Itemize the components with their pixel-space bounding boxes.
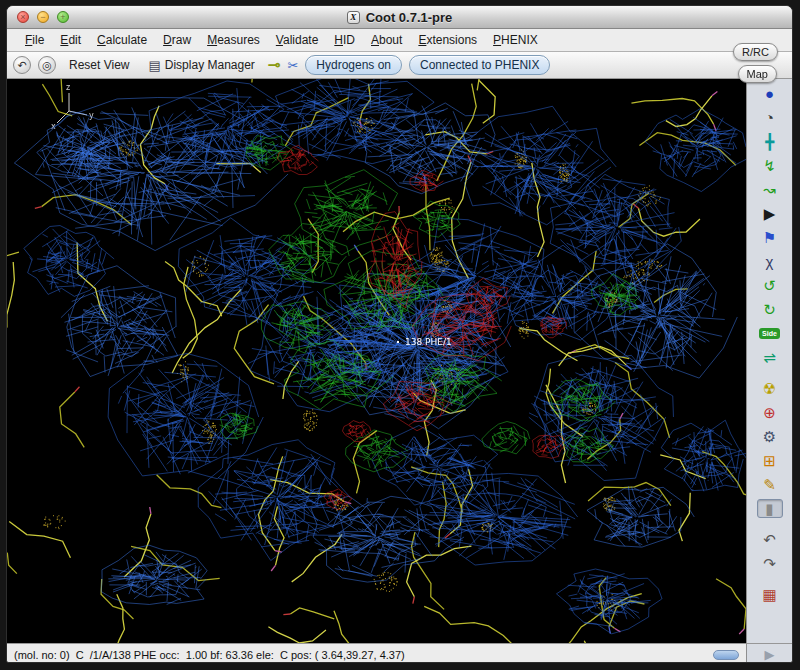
flag-icon[interactable]: ⚑ xyxy=(757,228,783,247)
menu-phenix[interactable]: PHENIX xyxy=(485,30,546,50)
chi-angles-icon[interactable]: χ xyxy=(757,252,783,271)
status-scrollbar[interactable] xyxy=(713,650,739,660)
add-residue-icon[interactable]: ⊞ xyxy=(757,451,783,470)
menu-hid[interactable]: HID xyxy=(326,30,363,50)
sidebar: ●◔╋↯↝▶⚑χ↺↻Side⇌☢⊕⚙⊞✎▮↶↷▦ xyxy=(746,79,792,643)
flip-peptide-icon[interactable]: ⇌ xyxy=(757,348,783,367)
statusbar-corner[interactable]: ▶ xyxy=(746,643,792,663)
view-back-button[interactable]: ↶ xyxy=(13,56,31,74)
map-sphere-icon[interactable]: ● xyxy=(757,84,783,103)
view-back-icon: ↶ xyxy=(17,59,26,72)
scene-preset-icon[interactable]: ▦ xyxy=(757,585,783,604)
titlebar[interactable]: × − + X Coot 0.7.1-pre xyxy=(7,6,792,29)
reset-view-label: Reset View xyxy=(69,58,129,72)
menu-extensions[interactable]: Extensions xyxy=(410,30,485,50)
phenix-connection-button[interactable]: Connected to PHENIX xyxy=(409,55,550,75)
move-zone-icon[interactable]: ╋ xyxy=(757,132,783,151)
menu-draw[interactable]: Draw xyxy=(155,30,199,50)
sculpt-icon[interactable]: ✎ xyxy=(757,475,783,494)
molecular-viewport[interactable] xyxy=(7,79,746,643)
clipping-icon[interactable]: ✂ xyxy=(287,58,298,73)
delete-item-icon[interactable]: ▮ xyxy=(757,499,783,518)
view-target-button[interactable]: ◎ xyxy=(38,56,56,74)
rrc-button[interactable]: R/RC xyxy=(733,43,778,61)
menu-edit[interactable]: Edit xyxy=(52,30,89,50)
reset-view-button[interactable]: Reset View xyxy=(63,56,135,74)
real-space-refine-icon[interactable]: ↯ xyxy=(757,156,783,175)
status-row: (mol. no: 0) C /1/A/138 PHE occ: 1.00 bf… xyxy=(7,643,792,663)
auto-fit-rotamer-icon[interactable]: ↻ xyxy=(757,300,783,319)
rotate-translate-icon[interactable]: ↺ xyxy=(757,276,783,295)
main-area: ●◔╋↯↝▶⚑χ↺↻Side⇌☢⊕⚙⊞✎▮↶↷▦ xyxy=(7,79,792,643)
x11-icon: X xyxy=(347,11,360,24)
menu-file[interactable]: File xyxy=(17,30,52,50)
add-alt-conf-icon[interactable]: ⚙ xyxy=(757,427,783,446)
go-to-atom-icon[interactable]: ⊸ xyxy=(268,56,281,74)
menubar: FileEditCalculateDrawMeasuresValidateHID… xyxy=(7,29,792,52)
side-chain-flip-icon[interactable]: Side xyxy=(757,324,783,343)
corner-play-icon: ▶ xyxy=(765,647,775,662)
regularize-zone-icon[interactable]: ↝ xyxy=(757,180,783,199)
clock-view-icon[interactable]: ◔ xyxy=(757,108,783,127)
zoom-button[interactable]: + xyxy=(57,11,69,23)
window-title: X Coot 0.7.1-pre xyxy=(347,10,453,25)
toolbar: ↶ ◎ Reset View ▤ Display Manager ⊸ ✂ Hyd… xyxy=(7,52,792,79)
close-icon: × xyxy=(20,13,25,22)
menu-calculate[interactable]: Calculate xyxy=(89,30,155,50)
mutate-icon[interactable]: ☢ xyxy=(757,379,783,398)
hydrogens-toggle-button[interactable]: Hydrogens on xyxy=(305,55,402,75)
add-atom-icon[interactable]: ⊕ xyxy=(757,403,783,422)
menu-measures[interactable]: Measures xyxy=(199,30,268,50)
viewport-area xyxy=(7,79,746,643)
close-button[interactable]: × xyxy=(17,11,29,23)
display-manager-icon: ▤ xyxy=(148,58,160,73)
pointer-icon[interactable]: ▶ xyxy=(757,204,783,223)
minimize-icon: − xyxy=(40,13,45,22)
window-title-text: Coot 0.7.1-pre xyxy=(366,10,453,25)
map-button[interactable]: Map xyxy=(738,65,777,83)
display-manager-button[interactable]: ▤ Display Manager xyxy=(142,56,260,75)
menu-about[interactable]: About xyxy=(363,30,410,50)
view-target-icon: ◎ xyxy=(42,59,52,72)
minimize-button[interactable]: − xyxy=(37,11,49,23)
menu-validate[interactable]: Validate xyxy=(268,30,327,50)
statusbar-text: (mol. no: 0) C /1/A/138 PHE occ: 1.00 bf… xyxy=(14,649,405,661)
statusbar: (mol. no: 0) C /1/A/138 PHE occ: 1.00 bf… xyxy=(7,643,746,663)
coot-window: × − + X Coot 0.7.1-pre FileEditCalculate… xyxy=(6,5,793,663)
undo-icon[interactable]: ↶ xyxy=(757,530,783,549)
zoom-icon: + xyxy=(60,13,65,22)
traffic-lights: × − + xyxy=(17,6,69,28)
display-manager-label: Display Manager xyxy=(165,58,255,72)
redo-icon[interactable]: ↷ xyxy=(757,554,783,573)
